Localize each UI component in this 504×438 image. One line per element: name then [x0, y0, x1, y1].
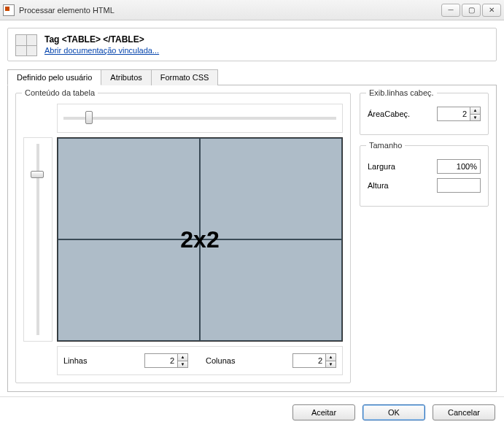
header-area-spin-down[interactable]: ▼: [470, 115, 480, 121]
minimize-button[interactable]: ─: [441, 4, 460, 17]
width-input[interactable]: [437, 159, 481, 174]
tab-css-format[interactable]: Formato CSS: [151, 69, 219, 85]
cols-input[interactable]: [293, 354, 325, 367]
tag-header: Tag <TABLE> </TABLE> Abrir documentação …: [7, 28, 497, 61]
table-icon: [15, 34, 37, 56]
dialog-button-bar: Aceitar OK Cancelar: [0, 396, 504, 428]
header-area-input[interactable]: [438, 107, 470, 120]
maximize-button[interactable]: ▢: [462, 4, 481, 17]
rows-slider-thumb[interactable]: [31, 171, 44, 178]
tab-user-defined[interactable]: Definido pelo usuário: [7, 69, 101, 85]
rows-spin-up[interactable]: ▲: [178, 354, 187, 361]
rows-cols-bar: Linhas ▲ ▼ Colunas ▲ ▼: [57, 346, 343, 375]
header-rows-group: Exib.linhas cabeç. ÁreaCabeç. ▲ ▼: [360, 93, 489, 135]
tab-attributes[interactable]: Atributos: [101, 69, 151, 85]
table-content-title: Conteúdo da tabela: [22, 88, 98, 97]
preview-cell: [200, 239, 342, 341]
open-documentation-link[interactable]: Abrir documentação vinculada...: [44, 46, 159, 55]
width-label: Largura: [368, 162, 422, 171]
window-title: Processar elemento HTML: [19, 6, 441, 15]
size-group: Tamanho Largura Altura: [360, 145, 489, 207]
accept-button[interactable]: Aceitar: [292, 404, 355, 420]
header-rows-title: Exib.linhas cabeç.: [366, 88, 437, 97]
app-icon: [3, 4, 15, 16]
columns-slider[interactable]: [63, 117, 336, 120]
columns-slider-area: [57, 104, 343, 133]
tab-panel-user-defined: Conteúdo da tabela 2x2 Linhas: [7, 85, 497, 392]
rows-slider-area: [23, 137, 53, 342]
cols-spin-up[interactable]: ▲: [326, 354, 336, 361]
cols-spin-down[interactable]: ▼: [326, 361, 336, 368]
table-content-group: Conteúdo da tabela 2x2 Linhas: [15, 93, 351, 383]
height-label: Altura: [368, 181, 422, 190]
tabs: Definido pelo usuário Atributos Formato …: [7, 69, 497, 85]
preview-cell: [58, 138, 200, 239]
rows-spinner[interactable]: ▲ ▼: [144, 353, 188, 368]
table-preview: 2x2: [57, 137, 343, 342]
cols-label: Colunas: [206, 356, 235, 365]
close-button[interactable]: ✕: [482, 4, 501, 17]
header-area-spin-up[interactable]: ▲: [470, 107, 480, 115]
titlebar: Processar elemento HTML ─ ▢ ✕: [0, 0, 504, 20]
columns-slider-thumb[interactable]: [85, 111, 93, 124]
rows-input[interactable]: [145, 354, 177, 367]
header-area-label: ÁreaCabeç.: [368, 110, 422, 118]
rows-spin-down[interactable]: ▼: [178, 361, 187, 368]
cols-spinner[interactable]: ▲ ▼: [292, 353, 336, 368]
ok-button[interactable]: OK: [363, 404, 425, 420]
header-area-spinner[interactable]: ▲ ▼: [437, 107, 481, 121]
preview-cell: [200, 138, 342, 239]
tag-name-label: Tag <TABLE> </TABLE>: [44, 34, 159, 45]
preview-cell: [58, 239, 200, 341]
rows-slider[interactable]: [36, 144, 39, 335]
size-title: Tamanho: [366, 141, 405, 150]
cancel-button[interactable]: Cancelar: [433, 404, 495, 420]
height-input[interactable]: [437, 178, 481, 193]
rows-label: Linhas: [63, 356, 87, 365]
